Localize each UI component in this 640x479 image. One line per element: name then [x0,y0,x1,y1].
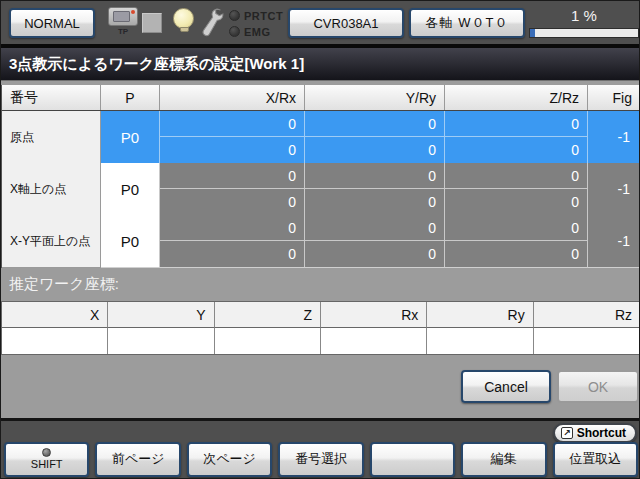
y-ry-cell[interactable]: 0 0 [305,111,445,164]
work-coordinate-table: 番号 P X/Rx Y/Ry Z/Rz Fig 原点 P0 0 0 0 0 0 … [1,85,640,268]
blank-button[interactable] [370,442,455,477]
shift-label: SHIFT [31,458,63,470]
table-header-row: 番号 P X/Rx Y/Ry Z/Rz Fig [2,85,640,111]
header-x-rx: X/Rx [160,85,305,110]
est-value-rz [534,328,640,354]
tp-led-icon [131,10,135,14]
emg-label: EMG [244,26,271,38]
bulb-base-icon [180,27,189,32]
emg-led-icon [229,26,240,37]
est-header-rz: Rz [534,302,640,328]
ry-value: 0 [305,137,444,163]
row-label: X-Y平面上の点 [2,215,101,268]
estimated-coords-label: 推定ワーク座標: [1,267,640,301]
prtct-led-icon [229,10,240,21]
shortcut-label: Shortcut [577,426,626,440]
x-rx-cell[interactable]: 0 0 [160,111,305,164]
ry-value: 0 [305,241,444,267]
ok-button[interactable]: OK [557,370,639,403]
status-indicators: PRTCT EMG [229,8,283,40]
fig-cell[interactable]: -1 [588,163,640,216]
est-header-y: Y [108,302,214,328]
shift-button[interactable]: SHIFT [4,442,89,477]
y-ry-cell[interactable]: 0 0 [305,163,445,216]
lamp-bulb-icon [173,8,195,37]
z-value: 0 [445,215,587,241]
program-name-button[interactable]: CVR038A1 [288,8,404,38]
emg-indicator: EMG [229,24,283,39]
y-value: 0 [305,111,444,137]
est-header-z: Z [215,302,321,328]
z-rz-cell[interactable]: 0 0 [445,215,588,268]
cancel-button[interactable]: Cancel [461,370,551,403]
est-header-x: X [2,302,108,328]
edit-button[interactable]: 編集 [461,442,546,477]
prtct-label: PRTCT [244,10,283,22]
p-number-cell[interactable]: P0 [101,111,160,164]
est-header-rx: Rx [321,302,427,328]
header-number: 番号 [2,85,101,110]
est-value-x [2,328,108,354]
prev-page-button[interactable]: 前ページ [95,442,180,477]
shortcut-icon: ↗ [561,427,573,439]
row-label: X軸上の点 [2,163,101,216]
rx-value: 0 [160,241,304,267]
tp-device-icon [108,7,138,26]
z-rz-cell[interactable]: 0 0 [445,163,588,216]
stop-square-icon [142,13,162,33]
estimated-values-row [2,328,640,354]
est-value-ry [427,328,533,354]
p-number-cell[interactable]: P0 [101,163,160,216]
rx-value: 0 [160,189,304,215]
x-value: 0 [160,111,304,137]
header-fig: Fig [588,85,640,110]
fig-cell[interactable]: -1 [588,111,640,164]
teach-pendant-screen: NORMAL TP PRTCT EMG CVR0 [0,0,640,479]
tp-pendant-icon: TP [105,7,141,36]
mode-normal-button[interactable]: NORMAL [9,8,95,38]
row-label: 原点 [2,111,101,164]
rz-value: 0 [445,189,587,215]
function-keys: SHIFT 前ページ 次ページ 番号選択 編集 位置取込 [1,442,640,478]
table-row-x-axis-point[interactable]: X軸上の点 P0 0 0 0 0 0 0 -1 [2,163,640,215]
tp-screen-icon [113,11,130,22]
x-rx-cell[interactable]: 0 0 [160,163,305,216]
top-status-bar: NORMAL TP PRTCT EMG CVR0 [1,1,640,44]
bulb-globe-icon [173,8,194,29]
get-position-button[interactable]: 位置取込 [553,442,638,477]
fig-cell[interactable]: -1 [588,215,640,268]
select-number-button[interactable]: 番号選択 [278,442,363,477]
next-page-button[interactable]: 次ページ [187,442,272,477]
z-rz-cell[interactable]: 0 0 [445,111,588,164]
x-value: 0 [160,215,304,241]
rz-value: 0 [445,137,587,163]
rz-value: 0 [445,241,587,267]
est-value-z [215,328,321,354]
ry-value: 0 [305,189,444,215]
table-row-origin[interactable]: 原点 P0 0 0 0 0 0 0 -1 [2,111,640,163]
z-value: 0 [445,111,587,137]
speed-progress-fill [530,29,535,37]
wrench-icon [200,6,226,40]
estimated-coords-table: X Y Z Rx Ry Rz [1,301,640,355]
speed-value: 1 % [529,4,639,28]
header-p: P [101,85,160,110]
axis-mode-button[interactable]: 各軸 W０T０ [409,8,525,38]
tp-label: TP [105,27,141,36]
speed-progress-bar [529,28,639,38]
y-value: 0 [305,215,444,241]
x-rx-cell[interactable]: 0 0 [160,215,305,268]
shortcut-button[interactable]: ↗ Shortcut [553,423,637,443]
y-value: 0 [305,163,444,189]
estimated-header-row: X Y Z Rx Ry Rz [2,302,640,328]
prtct-indicator: PRTCT [229,8,283,23]
page-title: 3点教示によるワーク座標系の設定[Work 1] [1,48,640,81]
p-number-cell[interactable]: P0 [101,215,160,268]
bottom-function-bar: ↗ Shortcut SHIFT 前ページ 次ページ 番号選択 編集 位置取込 [1,421,640,479]
est-header-ry: Ry [427,302,533,328]
shift-led-icon [42,448,51,457]
z-value: 0 [445,163,587,189]
est-value-y [108,328,214,354]
table-row-xy-plane-point[interactable]: X-Y平面上の点 P0 0 0 0 0 0 0 -1 [2,215,640,267]
y-ry-cell[interactable]: 0 0 [305,215,445,268]
